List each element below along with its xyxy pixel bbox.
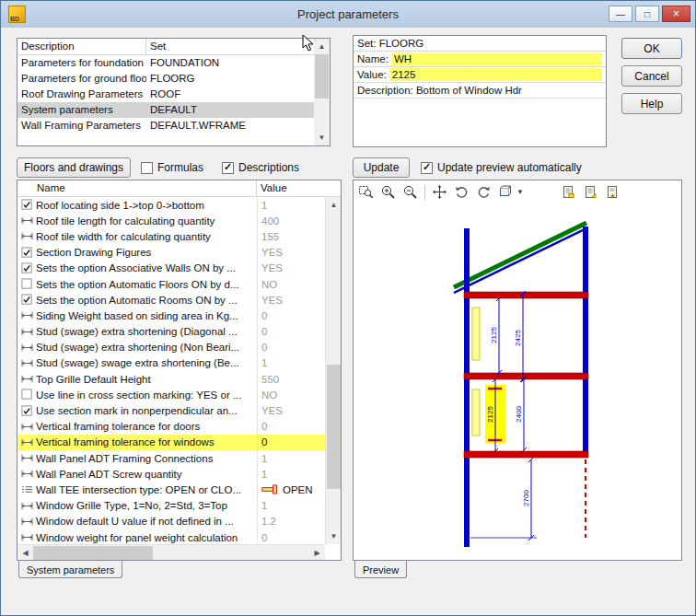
clipboard-import-icon[interactable] — [605, 184, 621, 200]
dropdown-arrow-icon[interactable]: ▼ — [516, 188, 524, 196]
param-value: 155 — [257, 228, 325, 244]
param-row[interactable]: Roof tile width for calculating quantity… — [17, 228, 325, 244]
help-button[interactable]: Help — [621, 93, 682, 114]
scroll-down-icon[interactable]: ▼ — [326, 529, 342, 544]
param-row[interactable]: Stud (swage) extra shortening (Diagonal … — [17, 324, 325, 340]
scroll-thumb[interactable] — [33, 546, 153, 560]
titlebar[interactable]: BD Project parameters — □ × — [1, 1, 695, 28]
formulas-checkbox-box[interactable] — [141, 162, 153, 174]
param-row[interactable]: Window weight for panel weight calculati… — [17, 529, 325, 544]
set-row[interactable]: Wall Framing ParametersDEFAULT.WFRAME — [17, 118, 330, 134]
pan-icon[interactable] — [432, 184, 447, 200]
tab-preview[interactable]: Preview — [354, 561, 407, 578]
scroll-thumb[interactable] — [327, 365, 341, 489]
param-row[interactable]: Stud (swage) swage extra shortening (Be.… — [17, 355, 325, 371]
param-row[interactable]: Wall TEE intersection type: OPEN or CLO.… — [17, 482, 325, 497]
dimension-icon — [17, 453, 36, 463]
zoom-out-icon[interactable] — [402, 184, 418, 200]
minimize-button[interactable]: — — [609, 6, 632, 22]
scroll-thumb[interactable] — [315, 54, 329, 99]
param-row[interactable]: Window default U value if not defined in… — [17, 514, 325, 529]
set-description: Parameters for foundation — [17, 55, 146, 71]
param-row[interactable]: Vertical framing tolerance for doors0 — [17, 419, 325, 435]
name-value-field[interactable]: WH — [391, 52, 602, 65]
zoom-in-icon[interactable] — [380, 184, 396, 200]
set-row[interactable]: Parameters for ground floorFLOORG — [17, 71, 330, 87]
tab-system-parameters[interactable]: System parameters — [18, 561, 122, 578]
param-row[interactable]: Roof locating side 1->top 0->bottom1 — [17, 197, 325, 213]
set-description: System parameters — [17, 102, 146, 118]
preview-drawing[interactable]: 2125 2425 2125 2400 2700 — [354, 204, 680, 560]
ok-button[interactable]: OK — [621, 38, 682, 59]
clipboard-copy-icon[interactable] — [561, 184, 576, 200]
param-row[interactable]: Wall Panel ADT Screw quantity1 — [17, 466, 325, 482]
param-row[interactable]: Sets the option Automatic Floors ON by d… — [17, 276, 325, 292]
set-row[interactable]: System parametersDEFAULT — [17, 102, 330, 118]
dimension-icon — [17, 501, 36, 511]
scroll-left-icon[interactable]: ◀ — [17, 545, 33, 561]
scroll-up-icon[interactable]: ▲ — [326, 197, 342, 213]
param-value: 1 — [257, 466, 325, 482]
set-row[interactable]: Parameters for foundationFOUNDATION — [17, 55, 330, 71]
maximize-button[interactable]: □ — [635, 6, 659, 22]
dimension-icon — [17, 469, 36, 479]
update-button[interactable]: Update — [353, 157, 410, 178]
checkbox-unchecked-icon — [17, 389, 36, 401]
column-header-value[interactable]: Value — [257, 180, 341, 196]
param-name: Top Grille Default Height — [36, 374, 257, 385]
param-row[interactable]: Vertical framing tolerance for windows0 — [17, 435, 325, 450]
param-row[interactable]: Siding Weight based on siding area in Kg… — [17, 308, 325, 323]
formulas-checkbox[interactable]: Formulas — [141, 161, 203, 174]
param-value: 400 — [257, 213, 325, 228]
param-value: 1 — [257, 450, 325, 466]
cancel-button[interactable]: Cancel — [621, 65, 682, 87]
checkbox-checked-icon — [17, 262, 36, 274]
param-name: Roof locating side 1->top 0->bottom — [36, 200, 257, 211]
params-vertical-scrollbar[interactable]: ▲ ▼ — [325, 197, 341, 544]
dimension-icon — [17, 437, 36, 447]
dim-text-bottom: 2700 — [522, 490, 530, 506]
scroll-down-icon[interactable]: ▼ — [314, 130, 330, 145]
param-row[interactable]: Section Drawing FiguresYES — [17, 245, 325, 261]
set-description: Parameters for ground floor — [17, 71, 146, 87]
param-row[interactable]: Stud (swage) extra shortening (Non Beari… — [17, 340, 325, 355]
update-preview-checkbox[interactable]: Update preview automatically — [421, 161, 582, 174]
descriptions-checkbox-box[interactable] — [222, 162, 234, 174]
rotate-right-icon[interactable] — [476, 184, 492, 200]
param-row[interactable]: Window Grille Type, 1=No, 2=Std, 3=Top1 — [17, 498, 325, 514]
param-row[interactable]: Use section mark in nonperpendicular an.… — [17, 402, 325, 418]
update-preview-checkbox-box[interactable] — [421, 162, 433, 174]
zoom-window-icon[interactable] — [358, 184, 374, 200]
value-value-field[interactable]: 2125 — [389, 68, 602, 81]
param-row[interactable]: Sets the option Associative Walls ON by … — [17, 261, 325, 276]
param-value: 0 — [257, 419, 325, 435]
window-upper — [472, 308, 480, 360]
close-button[interactable]: × — [662, 6, 690, 22]
param-row[interactable]: Use line in cross section marking: YES o… — [17, 387, 325, 402]
param-row[interactable]: Wall Panel ADT Framing Connections1 — [17, 450, 325, 466]
name-label: Name: — [357, 53, 389, 64]
set-description: Wall Framing Parameters — [17, 118, 146, 134]
sets-scrollbar[interactable]: ▲ ▼ — [314, 39, 330, 145]
column-header-name[interactable]: Name — [17, 180, 257, 196]
rotate-left-icon[interactable] — [454, 184, 470, 200]
param-row[interactable]: Roof tile length for calculating quantit… — [17, 213, 325, 228]
floor-beam — [464, 292, 588, 298]
clipboard-paste-icon[interactable] — [583, 184, 598, 200]
dimension-icon — [17, 532, 36, 542]
column-header-description[interactable]: Description — [17, 39, 146, 54]
dimension-icon — [17, 374, 36, 384]
view-cube-icon[interactable] — [498, 184, 514, 200]
param-row[interactable]: Top Grille Default Height550 — [17, 371, 325, 387]
param-row[interactable]: Sets the option Automatic Rooms ON by ..… — [17, 292, 325, 308]
param-value: 1 — [257, 498, 325, 514]
scroll-right-icon[interactable]: ▶ — [309, 545, 325, 561]
tee-open-icon — [261, 484, 280, 494]
descriptions-checkbox[interactable]: Descriptions — [222, 161, 299, 174]
column-header-set[interactable]: Set — [146, 39, 330, 54]
scroll-up-icon[interactable]: ▲ — [314, 39, 330, 54]
dim-text-middle-highlighted: 2125 — [486, 406, 494, 423]
set-row[interactable]: Roof Drawing ParametersROOF — [17, 87, 330, 102]
floors-and-drawings-button[interactable]: Floors and drawings — [17, 157, 131, 178]
params-horizontal-scrollbar[interactable]: ◀ ▶ — [17, 544, 325, 560]
